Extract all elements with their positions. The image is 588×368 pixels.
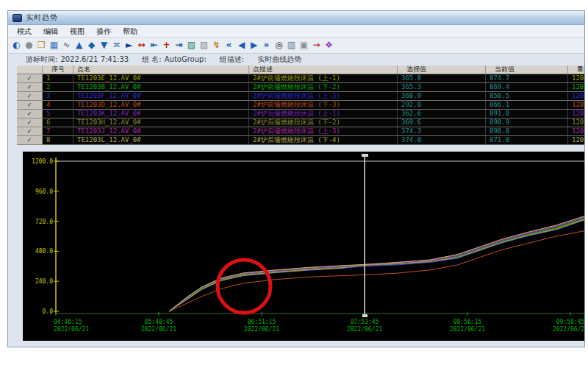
title-bar: 实时趋势 — [8, 11, 584, 25]
row-checkbox[interactable]: ✓ — [17, 83, 43, 92]
step-fwd-icon[interactable]: ▶ — [248, 38, 260, 52]
selected-value: 360.9 — [398, 92, 486, 101]
selected-value: 374.0 — [398, 136, 486, 145]
x-tick-date: 2022/06/21 — [141, 326, 176, 333]
row-num: 5 — [43, 110, 74, 118]
table-row[interactable]: ✓2TE1203B_12.AV_0#2#炉前墙燃烧段床温 (下-2)365.38… — [17, 83, 585, 92]
range-value: 1200 — [568, 83, 585, 92]
fit-icon[interactable]: ◆ — [85, 38, 98, 52]
table-row[interactable]: ✓4TE1203D_12.AV_0#2#炉前墙燃烧段床温 (下-3)292.08… — [17, 101, 585, 110]
column-header-2: 点名 — [74, 66, 249, 74]
current-value: 890.8 — [486, 127, 568, 136]
fast-fwd-icon[interactable]: » — [260, 38, 273, 52]
column-header-3: 点描述 — [249, 66, 398, 74]
point-desc: 2#炉后墙燃烧段床温 (下-4) — [249, 136, 398, 145]
stop-icon[interactable]: ● — [23, 38, 35, 52]
menu-item-2[interactable]: 视图 — [64, 26, 90, 37]
copy-icon[interactable]: ▧ — [185, 38, 198, 52]
row-checkbox[interactable]: ✓ — [17, 92, 43, 101]
save-icon[interactable]: ▨ — [198, 38, 210, 52]
curve-TE1203D_12.AV_0# — [169, 230, 584, 311]
row-checkbox[interactable]: ✓ — [17, 118, 43, 127]
menu-item-1[interactable]: 编辑 — [37, 26, 64, 37]
fast-back-icon[interactable]: « — [223, 38, 235, 52]
table-icon[interactable]: ▦ — [48, 38, 60, 52]
report-icon[interactable]: ▥ — [285, 38, 298, 52]
x-tick-date: 2022/06/21 — [450, 326, 485, 333]
column-header-1: 序号 — [43, 66, 74, 74]
time-cursor[interactable] — [362, 154, 368, 317]
table-row[interactable]: ✓6TE1203H_12.AV_0#2#炉后墙燃烧段床温 (下-2)369.68… — [17, 118, 585, 127]
column-header-5: 当前值 — [486, 66, 568, 74]
group-name-label: 组 名: — [142, 54, 162, 65]
selected-value: 369.6 — [398, 118, 486, 127]
print-icon[interactable]: ▣ — [298, 38, 310, 52]
tag-table: 序号点名点描述选择值当前值量程✓1TE1203E_12.AV_0#2#炉前墙燃烧… — [17, 66, 585, 145]
row-checkbox[interactable]: ✓ — [17, 101, 43, 110]
table-row[interactable]: ✓5TE1203K_12.AV_0#2#炉后墙燃烧段床温 (上-1)362.68… — [17, 110, 585, 118]
row-checkbox[interactable]: ✓ — [17, 110, 43, 118]
expand-x-icon[interactable]: ↔ — [135, 38, 148, 52]
trend-window: 实时趋势 模式编辑视图操作帮助 ◐●❒▦∿▲◆▼≍►↔⇤+⇥▧▨↯«◀▶»◎▥▣… — [7, 10, 585, 347]
y-tick-label: 0.0 — [43, 308, 54, 315]
trend-chart-panel: 1200.0960.0720.0480.0240.00.004:46:15202… — [23, 152, 584, 341]
table-row[interactable]: ✓7TE1203J_12.AV_0#2#炉后墙燃烧段床温 (上-3)374.38… — [17, 127, 585, 136]
page-left-icon[interactable]: ⇤ — [148, 38, 160, 52]
row-checkbox[interactable]: ✓ — [17, 136, 43, 145]
menu-item-4[interactable]: 帮助 — [117, 26, 143, 37]
table-row[interactable]: ✓1TE1203E_12.AV_0#2#炉前墙燃烧段床温 (上-1)365.88… — [17, 74, 585, 83]
menu-bar: 模式编辑视图操作帮助 — [8, 25, 584, 38]
menu-item-0[interactable]: 模式 — [11, 26, 37, 37]
toolbar: ◐●❒▦∿▲◆▼≍►↔⇤+⇥▧▨↯«◀▶»◎▥▣→❖ — [8, 38, 584, 54]
x-tick-time: 06:51:15 — [248, 319, 276, 325]
realtime-icon[interactable]: ◐ — [10, 38, 23, 52]
tools-icon[interactable]: ↯ — [210, 38, 223, 52]
x-tick-time: 08:56:15 — [453, 319, 482, 325]
range-value: 1200 — [568, 101, 585, 110]
compress-icon[interactable]: ≍ — [110, 38, 123, 52]
row-num: 7 — [43, 127, 74, 136]
row-num: 2 — [43, 83, 74, 92]
current-value: 898.9 — [486, 118, 568, 127]
row-num: 3 — [43, 92, 74, 101]
open-icon[interactable]: ❒ — [35, 38, 48, 52]
x-tick-time: 04:46:15 — [54, 319, 82, 325]
group-name-value: AutoGroup: — [165, 55, 207, 63]
point-name: TE1203E_12.AV_0# — [74, 74, 249, 83]
point-name: TE1203H_12.AV_0# — [74, 118, 249, 127]
row-checkbox[interactable]: ✓ — [17, 127, 43, 136]
range-value: 1200 — [568, 127, 585, 136]
y-tick-label: 960.0 — [35, 188, 53, 195]
add-cursor-icon[interactable]: + — [160, 38, 173, 52]
point-name: TE1203F_12.AV_0# — [74, 92, 249, 101]
zoom-out-icon[interactable]: ▼ — [98, 38, 110, 52]
row-checkbox[interactable]: ✓ — [17, 74, 43, 83]
point-desc: 2#炉后墙燃烧段床温 (下-2) — [249, 118, 398, 127]
table-row[interactable]: ✓3TE1203F_12.AV_0#2#炉前墙燃烧段床温 (上-3)360.98… — [17, 92, 585, 101]
pointer-icon[interactable]: ► — [123, 38, 135, 52]
page-right-icon[interactable]: ⇥ — [173, 38, 185, 52]
status-line: 游标时间: 2022.6/21 7:41:33 组 名: AutoGroup: … — [8, 54, 584, 65]
point-name: TE1203D_12.AV_0# — [74, 101, 249, 110]
point-desc: 2#炉前墙燃烧段床温 (下-3) — [249, 101, 398, 110]
curve-icon[interactable]: ∿ — [60, 38, 73, 52]
current-value: 856.5 — [486, 92, 568, 101]
cursor-time-value: 2022.6/21 7:41:33 — [60, 55, 129, 63]
step-back-icon[interactable]: ◀ — [235, 38, 248, 52]
range-value: 1200 — [568, 118, 585, 127]
palette-icon[interactable]: ❖ — [323, 38, 335, 52]
search-icon[interactable]: ◎ — [273, 38, 285, 52]
current-value: 891.0 — [486, 110, 568, 118]
selected-value: 374.3 — [398, 127, 486, 136]
y-tick-label: 720.0 — [35, 219, 53, 225]
menu-item-3[interactable]: 操作 — [90, 26, 117, 37]
x-tick-date: 2022/06/21 — [54, 326, 89, 333]
point-desc: 2#炉前墙燃烧段床温 (上-3) — [249, 92, 398, 101]
range-value: 1200 — [568, 74, 585, 83]
point-desc: 2#炉后墙燃烧段床温 (上-3) — [249, 127, 398, 136]
point-name: TE1203K_12.AV_0# — [74, 110, 249, 118]
export-icon[interactable]: → — [310, 38, 323, 52]
table-row[interactable]: ✓8TE1203L_12.AV_0#2#炉后墙燃烧段床温 (下-4)374.08… — [17, 136, 585, 145]
row-num: 1 — [43, 74, 74, 83]
zoom-in-icon[interactable]: ▲ — [73, 38, 85, 52]
